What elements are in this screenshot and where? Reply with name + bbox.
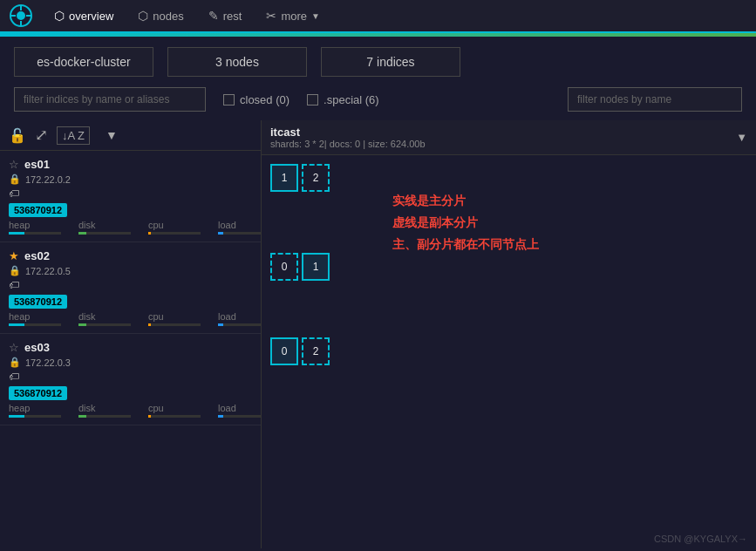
node-es02-load: load xyxy=(218,311,262,326)
node-es03-id: 536870912 xyxy=(9,386,67,400)
node-es03-star-icon[interactable]: ☆ xyxy=(9,341,19,354)
node-es01-cpu: cpu xyxy=(148,220,201,235)
node-es01-id: 536870912 xyxy=(9,203,67,217)
special-checkbox-label[interactable]: .special (6) xyxy=(307,93,379,106)
node-controls-row: 🔓 ⤢ ↓A Z ▼ xyxy=(0,120,261,151)
node-es01-heap: heap xyxy=(9,220,61,235)
nav-overview[interactable]: ⬡ overview xyxy=(44,3,124,28)
disk-label: disk xyxy=(78,220,131,230)
cluster-name-box: es-docker-cluster xyxy=(14,47,153,77)
nav-overview-label: overview xyxy=(69,10,113,23)
node-es01-tag-icon: 🏷 xyxy=(9,187,19,200)
nav-nodes-label: nodes xyxy=(153,10,183,23)
more-icon: ✂ xyxy=(266,9,276,23)
node-es01-star-icon[interactable]: ☆ xyxy=(9,158,19,171)
heap-label-3: heap xyxy=(9,403,61,413)
special-checkbox[interactable] xyxy=(307,94,318,105)
shard-es03-2-replica[interactable]: 2 xyxy=(302,337,330,365)
disk-label-3: disk xyxy=(78,403,131,413)
nav-rest[interactable]: ✎ rest xyxy=(198,3,253,28)
node-es01-disk: disk xyxy=(78,220,131,235)
node-es03-ip: 172.22.0.3 xyxy=(25,357,71,368)
shard-es01-2-replica[interactable]: 2 xyxy=(302,164,330,192)
node-es02-heap: heap xyxy=(9,311,61,326)
node-es03-load: load xyxy=(218,403,262,418)
disk-label-2: disk xyxy=(78,311,131,322)
node-es02-id: 536870912 xyxy=(9,295,67,309)
heap-label: heap xyxy=(9,220,61,230)
filter-indices-input[interactable] xyxy=(14,87,206,112)
nav-more-label: more xyxy=(281,10,307,23)
special-label: .special (6) xyxy=(324,93,379,106)
nodes-count-box: 3 nodes xyxy=(167,47,307,77)
nodes-icon: ⬡ xyxy=(138,9,148,23)
annotation-line3: 主、副分片都在不同节点上 xyxy=(392,234,539,255)
annotation-line2: 虚线是副本分片 xyxy=(392,212,539,234)
node-es01-ip: 172.22.0.2 xyxy=(25,174,71,185)
node-es03-heap: heap xyxy=(9,403,61,418)
shard-es01-1-primary[interactable]: 1 xyxy=(270,164,298,192)
topnav: ⬡ overview ⬡ nodes ✎ rest ✂ more ▼ xyxy=(0,0,756,33)
load-label-2: load xyxy=(218,311,262,322)
node-es01-lock-icon: 🔒 xyxy=(9,173,21,185)
nav-rest-label: rest xyxy=(223,10,242,23)
sort-az-button[interactable]: ↓A Z xyxy=(57,126,90,145)
node-es03-disk: disk xyxy=(78,403,131,418)
overview-icon: ⬡ xyxy=(54,9,65,23)
annotation-block: 实线是主分片 虚线是副本分片 主、副分片都在不同节点上 xyxy=(375,173,556,274)
node-es01-metrics: heap disk cpu load xyxy=(9,220,252,235)
more-chevron-icon: ▼ xyxy=(311,11,320,21)
node-es02-disk: disk xyxy=(78,311,131,326)
nav-more[interactable]: ✂ more ▼ xyxy=(255,3,330,28)
indices-count-box: 7 indices xyxy=(321,47,460,77)
node-es02-star-icon[interactable]: ★ xyxy=(9,249,19,262)
filter-nodes-wrapper xyxy=(568,87,742,112)
filter-down-icon[interactable]: ▼ xyxy=(106,128,118,142)
nodes-panel: 🔓 ⤢ ↓A Z ▼ ☆ es01 🔒 172.22.0.2 🏷 5368709… xyxy=(0,120,262,548)
index-header: itcast shards: 3 * 2| docs: 0 | size: 62… xyxy=(262,120,756,155)
shard-es03-0-primary[interactable]: 0 xyxy=(270,337,298,365)
expand-icon[interactable]: ⤢ xyxy=(35,126,48,145)
node-es01-load: load xyxy=(218,220,262,235)
rest-icon: ✎ xyxy=(208,9,219,23)
node-es02-lock-icon: 🔒 xyxy=(9,265,21,276)
node-es03-cpu: cpu xyxy=(148,403,201,418)
nodes-count: 3 nodes xyxy=(215,55,259,69)
node-es03-metrics: heap disk cpu load xyxy=(9,403,252,418)
nav-nodes[interactable]: ⬡ nodes xyxy=(127,3,194,28)
node-es02-ip: 172.22.0.5 xyxy=(25,266,71,276)
node-row-es03: ☆ es03 🔒 172.22.0.3 🏷 536870912 heap dis… xyxy=(0,334,261,425)
main-area: 🔓 ⤢ ↓A Z ▼ ☆ es01 🔒 172.22.0.2 🏷 5368709… xyxy=(0,120,756,548)
index-name: itcast xyxy=(270,126,426,139)
filter-nodes-input[interactable] xyxy=(568,87,742,112)
indices-panel: itcast shards: 3 * 2| docs: 0 | size: 62… xyxy=(262,120,756,548)
shard-row-es03: 0 2 xyxy=(270,337,747,365)
node-es03-tag-icon: 🏷 xyxy=(9,371,19,383)
watermark: CSDN @KYGALYX→ xyxy=(654,534,747,544)
shard-es02-1-primary[interactable]: 1 xyxy=(302,253,330,281)
node-es02-tag-icon: 🏷 xyxy=(9,279,19,291)
cpu-label: cpu xyxy=(148,220,201,230)
svg-point-1 xyxy=(17,11,25,20)
node-row-es01: ☆ es01 🔒 172.22.0.2 🏷 536870912 heap dis… xyxy=(0,151,261,242)
node-es03-name: es03 xyxy=(24,341,50,354)
logo-icon xyxy=(9,3,33,28)
sort-az-icon: ↓A Z xyxy=(62,129,85,142)
index-dropdown-icon[interactable]: ▼ xyxy=(736,131,747,144)
unlock-icon[interactable]: 🔓 xyxy=(9,127,26,144)
cluster-name: es-docker-cluster xyxy=(37,55,130,69)
closed-checkbox[interactable] xyxy=(223,94,235,105)
node-es02-cpu: cpu xyxy=(148,311,201,326)
closed-checkbox-label[interactable]: closed (0) xyxy=(223,93,289,106)
annotation-line1: 实线是主分片 xyxy=(392,190,539,212)
indices-count: 7 indices xyxy=(366,55,414,69)
cpu-label-3: cpu xyxy=(148,403,201,413)
shard-es02-0-replica[interactable]: 0 xyxy=(270,253,298,281)
node-es02-name: es02 xyxy=(24,249,50,262)
closed-label: closed (0) xyxy=(240,93,289,106)
heap-label-2: heap xyxy=(9,311,61,322)
filter-row: closed (0) .special (6) xyxy=(0,87,756,120)
node-es03-lock-icon: 🔒 xyxy=(9,357,21,368)
stats-row: es-docker-cluster 3 nodes 7 indices xyxy=(0,37,756,87)
index-meta: shards: 3 * 2| docs: 0 | size: 624.00b xyxy=(270,139,426,149)
